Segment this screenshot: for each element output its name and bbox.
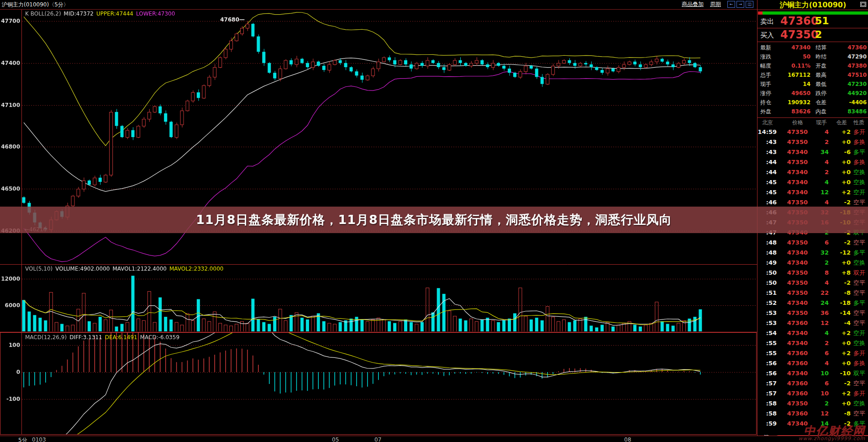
quote-panel-header: 沪铜主力(010090) <box>758 0 868 10</box>
tape-row[interactable]: 14:59 47350 4 +2 多开 <box>758 127 868 137</box>
indicator-segment: MID:47372 <box>64 11 94 17</box>
open-interest-delta: +2 <box>830 187 851 197</box>
open-interest-delta: -12 <box>830 248 851 258</box>
tape-header-cell: 现手 <box>816 118 827 127</box>
trade-price: 47340 <box>779 258 808 268</box>
trade-time: :53 <box>758 318 777 328</box>
buy-sell-strength-gauge <box>758 11 868 15</box>
trade-lots: 2 <box>809 137 829 147</box>
trade-time: :45 <box>758 187 777 197</box>
bid-row[interactable]: 买入 47350 2 <box>758 28 868 42</box>
trade-price: 47340 <box>779 328 808 338</box>
boll-indicator-header: K BOLL(26,2)MID:47372UPPER:47444LOWER:47… <box>25 11 178 17</box>
trade-time: :55 <box>758 348 777 358</box>
indicator-segment: UPPER:47444 <box>96 11 133 17</box>
ask-price: 47360 <box>780 15 819 27</box>
tape-row[interactable]: :55 47340 2 +0 空换 <box>758 338 868 348</box>
headline-banner: 11月8日盘条最新价格，11月8日盘条市场最新行情，洞悉价格走势，洞悉行业风向 <box>0 207 868 233</box>
trade-nature: 空平 <box>853 197 865 208</box>
stat-label: 幅度 <box>760 61 771 70</box>
trade-time: :59 <box>758 419 777 429</box>
trade-time: :50 <box>758 278 777 288</box>
stat-value: 47380 <box>835 61 867 70</box>
trade-lots: 34 <box>809 147 829 157</box>
macd-axis-label: 0 <box>0 368 20 376</box>
tape-row[interactable]: :45 47340 12 +2 空开 <box>758 187 868 197</box>
tape-row[interactable]: :44 47340 2 +0 空换 <box>758 167 868 177</box>
trade-nature: 空平 <box>853 378 865 389</box>
trade-price: 47340 <box>779 298 808 308</box>
trade-nature: 空平 <box>853 278 865 288</box>
next-arrow-icon[interactable]: → <box>736 1 744 8</box>
tape-row[interactable]: :45 47340 4 +0 空换 <box>758 177 868 187</box>
chart-title: 沪铜主力(010090)〈5分〉 <box>2 1 69 9</box>
stat-row: 现手 14 最低 47230 <box>758 80 868 89</box>
trade-lots: 6 <box>809 378 829 389</box>
tape-row[interactable]: :56 47340 10 -10 双平 <box>758 368 868 378</box>
tape-row[interactable]: :51 47350 22 -8 空平 <box>758 288 868 298</box>
open-interest-delta: -2 <box>830 238 851 248</box>
tape-row[interactable]: :50 47350 4 -2 空平 <box>758 278 868 288</box>
stat-row: 幅度 0.11% 开盘 47380 <box>758 61 868 70</box>
trade-lots: 24 <box>809 298 829 308</box>
tape-header-cell: 价格 <box>792 118 803 127</box>
tape-row[interactable]: :48 47340 32 -12 多平 <box>758 248 868 258</box>
trade-price: 47340 <box>779 177 808 187</box>
trade-nature: 空换 <box>853 167 865 177</box>
indicator-segment: MACD(12,26,9) <box>25 334 67 341</box>
peak-price-annotation: 47680 <box>206 16 245 23</box>
tape-row[interactable]: :43 47350 2 +0 多换 <box>758 137 868 147</box>
tape-row[interactable]: :57 47360 10 +2 多开 <box>758 389 868 399</box>
stat-row: 涨跌 50 昨结 47290 <box>758 52 868 61</box>
open-interest-delta: -8 <box>830 409 851 419</box>
stat-row: 持仓 190932 仓差 -4406 <box>758 98 868 107</box>
tape-row[interactable]: :52 47340 24 -18 多平 <box>758 298 868 308</box>
open-interest-delta: +0 <box>830 177 851 187</box>
overlay-link[interactable]: 商品叠加 <box>682 0 704 8</box>
period-link[interactable]: 周期 <box>710 0 721 8</box>
open-interest-delta: +0 <box>830 358 851 368</box>
tape-row[interactable]: :44 47350 4 +0 多换 <box>758 157 868 167</box>
tape-row[interactable]: :58 47350 2 +0 空换 <box>758 399 868 409</box>
ask-row[interactable]: 卖出 47360 51 <box>758 15 868 28</box>
stat-value: 44920 <box>835 89 867 98</box>
trade-time: :56 <box>758 368 777 378</box>
stat-value: -4406 <box>835 98 867 107</box>
trade-time: :44 <box>758 167 777 177</box>
trade-nature: 多开 <box>853 127 865 137</box>
macd-axis-label: 100 <box>0 341 20 349</box>
stat-label: 开盘 <box>815 61 826 70</box>
tape-row[interactable]: :55 47360 6 +2 多开 <box>758 348 868 358</box>
maximize-icon[interactable] <box>860 2 866 7</box>
prev-arrow-icon[interactable]: ← <box>727 1 735 8</box>
tape-row[interactable]: :48 47350 6 -2 空平 <box>758 238 868 248</box>
indicator-segment: LOWER:47300 <box>136 11 175 17</box>
tape-row[interactable]: :53 47350 36 -14 空平 <box>758 308 868 318</box>
stat-value: 83626 <box>784 107 810 116</box>
bid-label: 买入 <box>760 31 774 40</box>
price-axis-label: 47100 <box>0 101 20 109</box>
open-interest-delta: +2 <box>830 127 851 137</box>
trade-price: 47350 <box>779 127 808 137</box>
tape-row[interactable]: :49 47340 2 +0 空换 <box>758 258 868 268</box>
split-window-icon[interactable]: ◫ <box>746 1 753 8</box>
tape-row[interactable]: :54 47340 4 +2 空开 <box>758 328 868 338</box>
tape-row[interactable]: :58 47360 12 -8 空平 <box>758 409 868 419</box>
tape-row[interactable]: :50 47350 8 +8 双开 <box>758 268 868 278</box>
open-interest-delta: +0 <box>830 157 851 167</box>
tape-row[interactable]: :57 47360 6 -2 空平 <box>758 378 868 389</box>
open-interest-delta: -2 <box>830 197 851 208</box>
top-bar: 沪铜主力(010090)〈5分〉 商品叠加 周期 ← → ◫ <box>0 0 757 10</box>
open-interest-delta: -4 <box>830 318 851 328</box>
stat-label: 结算 <box>815 43 826 52</box>
trade-price: 47350 <box>779 157 808 167</box>
tape-row[interactable]: :53 47360 12 -4 空平 <box>758 318 868 328</box>
trade-time: :43 <box>758 147 777 157</box>
tape-row[interactable]: :43 47340 34 -6 多平 <box>758 147 868 157</box>
trade-nature: 双开 <box>853 268 865 278</box>
tape-row[interactable]: :46 47350 4 -2 空平 <box>758 197 868 208</box>
stat-label: 昨结 <box>815 52 826 61</box>
tape-row[interactable]: :56 47360 4 +0 多换 <box>758 358 868 368</box>
trade-lots: 4 <box>809 278 829 288</box>
tape-header-cell: 北京 <box>762 118 773 127</box>
